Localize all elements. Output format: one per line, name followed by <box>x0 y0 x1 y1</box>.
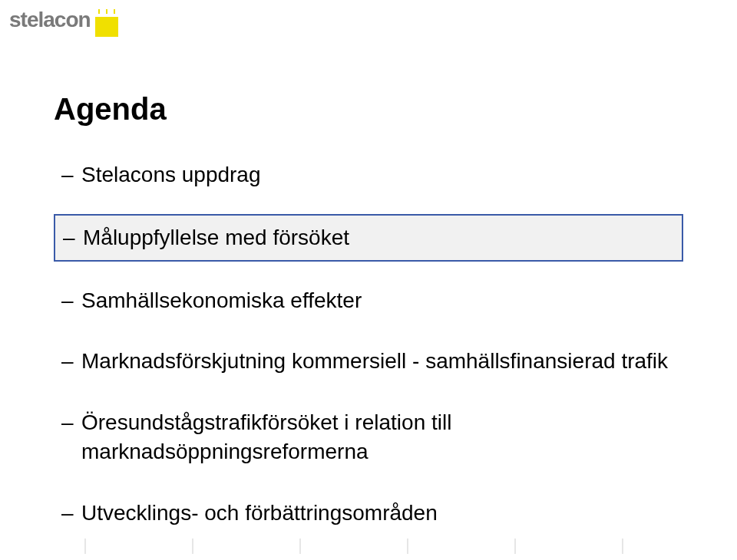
dash-icon: – <box>61 160 74 189</box>
slide-title: Agenda <box>54 92 683 127</box>
dash-icon: – <box>61 286 74 315</box>
dash-icon: – <box>61 347 74 376</box>
agenda-item: – Samhällsekonomiska effekter <box>54 278 683 323</box>
dash-icon: – <box>61 408 74 437</box>
agenda-item: – Öresundstågstrafikförsöket i relation … <box>54 400 683 474</box>
agenda-item-text: Stelacons uppdrag <box>81 163 261 186</box>
slide-content: Agenda – Stelacons uppdrag – Måluppfylle… <box>54 92 683 552</box>
agenda-item: – Utvecklings- och förbättringsområden <box>54 491 683 535</box>
agenda-item-text: Marknadsförskjutning kommersiell - samhä… <box>81 349 668 373</box>
agenda-item: – Stelacons uppdrag <box>54 153 683 197</box>
dash-icon: – <box>61 499 74 528</box>
brand-name: stelacon <box>9 9 91 31</box>
agenda-item-highlighted: – Måluppfyllelse med försöket <box>54 214 683 262</box>
agenda-item-text: Måluppfyllelse med försöket <box>83 226 349 249</box>
dash-icon: – <box>63 223 75 252</box>
agenda-item-text: Öresundstågstrafikförsöket i relation ti… <box>81 410 451 463</box>
agenda-item-text: Samhällsekonomiska effekter <box>81 288 362 312</box>
brand-logo: stelacon <box>9 9 123 37</box>
brand-mark-icon <box>95 9 123 37</box>
agenda-list: – Stelacons uppdrag – Måluppfyllelse med… <box>54 153 683 535</box>
agenda-item-text: Utvecklings- och förbättringsområden <box>81 501 438 525</box>
footer-ticks-icon <box>0 539 737 554</box>
agenda-item: – Marknadsförskjutning kommersiell - sam… <box>54 339 683 384</box>
